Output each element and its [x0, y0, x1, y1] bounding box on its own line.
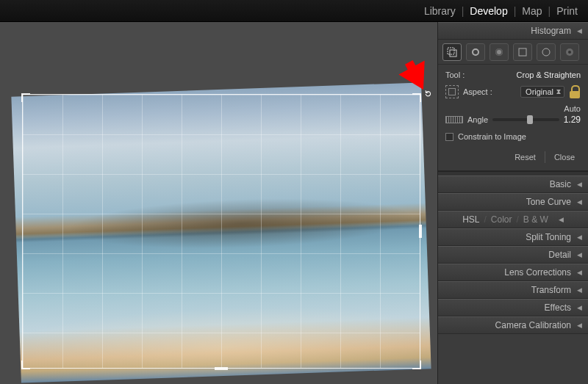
reset-button[interactable]: Reset: [509, 151, 542, 163]
svg-rect-1: [450, 50, 456, 57]
panel-label: Basic: [550, 179, 571, 189]
crop-tool-button[interactable]: [442, 43, 462, 61]
close-button[interactable]: Close: [548, 151, 581, 163]
nav-print[interactable]: Print: [551, 5, 584, 17]
panel-detail[interactable]: Detail ◀: [438, 246, 588, 264]
tool-strip: [438, 40, 588, 65]
brush-icon: [564, 46, 576, 58]
hsl-tab[interactable]: HSL: [462, 214, 479, 225]
right-panel: Histogram ◀ Tool : Crop & Straighten: [437, 22, 588, 384]
nav-library[interactable]: Library: [418, 5, 462, 17]
eye-icon: [495, 48, 503, 56]
panel-label: Camera Calibration: [495, 320, 571, 330]
svg-rect-0: [448, 48, 454, 54]
angle-slider[interactable]: [492, 118, 559, 121]
angle-label: Angle: [467, 115, 488, 124]
separator: /: [484, 214, 486, 225]
panel-tone-curve[interactable]: Tone Curve ◀: [438, 193, 588, 211]
bw-tab[interactable]: B & W: [523, 214, 548, 225]
collapse-icon: ◀: [577, 198, 582, 206]
aspect-lock-icon[interactable]: [569, 85, 581, 98]
panel-label: Effects: [545, 303, 571, 313]
collapse-icon: ◀: [577, 251, 582, 258]
collapse-icon: ◀: [577, 27, 582, 35]
panel-label: Tone Curve: [526, 197, 571, 207]
svg-point-3: [542, 48, 550, 56]
svg-rect-2: [519, 48, 526, 56]
crop-icon: [446, 46, 458, 58]
tool-name: Crop & Straighten: [517, 70, 581, 79]
collapse-icon: ◀: [559, 216, 564, 223]
separator: [545, 151, 545, 163]
panel-lens-corrections[interactable]: Lens Corrections ◀: [438, 264, 588, 281]
panel-label: Histogram: [531, 26, 571, 36]
tool-label: Tool :: [445, 70, 465, 79]
nav-develop[interactable]: Develop: [464, 5, 513, 17]
straighten-icon[interactable]: [445, 116, 463, 123]
collapse-icon: ◀: [577, 304, 582, 311]
module-nav: Library | Develop | Map | Print: [0, 0, 588, 22]
panel-label: Lens Corrections: [504, 267, 571, 278]
redeye-tool-button[interactable]: [490, 43, 509, 61]
aspect-label: Aspect :: [463, 87, 492, 96]
panel-hsl-color-bw[interactable]: HSL / Color / B & W ◀: [438, 211, 588, 228]
collapse-icon: ◀: [577, 286, 582, 294]
panel-basic[interactable]: Basic ◀: [438, 175, 588, 193]
gradient-icon: [517, 46, 528, 58]
gradient-tool-button[interactable]: [513, 43, 532, 61]
panel-effects[interactable]: Effects ◀: [438, 299, 588, 316]
panel-label: Transform: [531, 285, 571, 295]
separator: /: [517, 214, 519, 225]
spot-tool-button[interactable]: [466, 43, 485, 61]
canvas-area[interactable]: ⟲: [0, 22, 437, 384]
circle-icon: [472, 48, 479, 56]
color-tab[interactable]: Color: [491, 214, 512, 225]
panel-split-toning[interactable]: Split Toning ◀: [438, 228, 588, 246]
nav-map[interactable]: Map: [516, 5, 548, 17]
aspect-dropdown[interactable]: Original: [520, 86, 564, 98]
brush-tool-button[interactable]: [560, 43, 579, 61]
collapse-icon: ◀: [577, 233, 582, 241]
collapse-icon: ◀: [577, 181, 582, 188]
slider-thumb[interactable]: [527, 115, 533, 124]
panel-camera-calibration[interactable]: Camera Calibration ◀: [438, 316, 588, 334]
panel-label: Detail: [548, 250, 571, 260]
photo[interactable]: [11, 82, 431, 383]
panel-label: Split Toning: [526, 232, 571, 242]
aspect-icon[interactable]: [445, 85, 459, 98]
angle-auto-button[interactable]: Auto: [564, 104, 581, 113]
collapse-icon: ◀: [577, 269, 582, 276]
constrain-label: Constrain to Image: [458, 132, 526, 141]
collapse-icon: ◀: [577, 322, 582, 329]
constrain-checkbox[interactable]: [445, 133, 453, 141]
radial-icon: [540, 46, 552, 58]
panel-transform[interactable]: Transform ◀: [438, 281, 588, 299]
crop-panel: Tool : Crop & Straighten Aspect : Origin…: [438, 65, 588, 171]
radial-tool-button[interactable]: [537, 43, 556, 61]
svg-point-5: [568, 51, 571, 54]
angle-value[interactable]: 1.29: [564, 115, 581, 125]
panel-histogram[interactable]: Histogram ◀: [438, 22, 588, 40]
